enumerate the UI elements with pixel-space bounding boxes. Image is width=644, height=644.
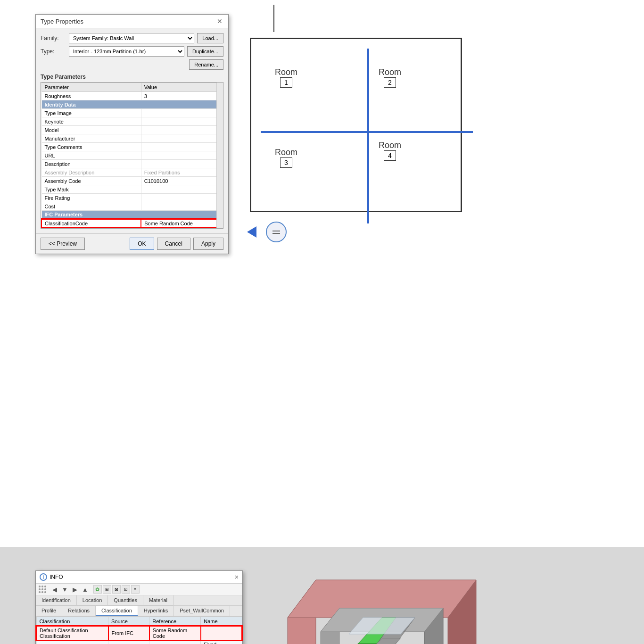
col-name: Name	[201, 617, 242, 627]
info-table-container: Classification Source Reference Name Def…	[36, 617, 242, 644]
info-tabs-row1: Identification Location Quantities Mater…	[36, 595, 242, 606]
tab-classification[interactable]: Classification	[96, 606, 138, 616]
dot-2	[41, 586, 43, 587]
tab-location[interactable]: Location	[77, 595, 108, 605]
dot-6	[44, 588, 46, 590]
nav-arrow-icon	[247, 226, 256, 238]
dialog-titlebar: Type Properties ✕	[36, 15, 228, 28]
duplicate-button[interactable]: Duplicate...	[187, 46, 223, 57]
col-parameter: Parameter	[41, 83, 141, 92]
param-cell-6: Type Comments	[41, 143, 141, 151]
3d-view	[250, 561, 486, 644]
nav-line-1	[272, 231, 280, 231]
nav-down-button[interactable]: ▼	[60, 586, 69, 593]
tab-material[interactable]: Material	[143, 595, 173, 605]
toolbar-dots	[39, 586, 46, 593]
room-4-label: Room	[379, 140, 401, 150]
floor-plan-border: Room 1 Room 2 Room 3 Room 4	[250, 38, 462, 212]
param-cell-11: Type Mark	[41, 185, 141, 194]
nav-up-button[interactable]: ▲	[81, 586, 90, 593]
value-cell-10: C1010100	[141, 177, 223, 185]
close-button[interactable]: ✕	[216, 17, 223, 25]
col-classification: Classification	[36, 617, 108, 627]
param-cell-0: Roughness	[41, 92, 141, 100]
value-cell-9: Fixed Partitions	[141, 168, 223, 177]
info-toolbar: ◀ ▼ ▶ ▲ ✿ ⊞ ⊠ ⊡ ≡	[36, 584, 242, 595]
room-1-label: Room	[275, 67, 297, 77]
param-cell-10: Assembly Code	[41, 177, 141, 185]
toolbar-icon-3[interactable]: ⊠	[112, 585, 121, 594]
dot-7	[39, 591, 41, 593]
value-cell-11	[141, 185, 223, 194]
tab-pset-wallcommon[interactable]: Pset_WallCommon	[174, 606, 230, 616]
info-title: INFO	[50, 574, 63, 580]
info-source-1: From IFC	[108, 640, 149, 644]
building-3d-svg	[250, 561, 486, 644]
param-cell-8: Description	[41, 160, 141, 168]
value-cell-8	[141, 160, 223, 168]
nav-line-2	[272, 233, 280, 234]
family-select[interactable]: System Family: Basic Wall	[69, 33, 194, 43]
param-cell-13: Cost	[41, 202, 141, 211]
navigation-widget[interactable]	[256, 222, 279, 245]
ok-button[interactable]: OK	[130, 238, 154, 250]
type-properties-dialog: Type Properties ✕ Family: System Family:…	[35, 14, 229, 254]
toolbar-icon-5[interactable]: ≡	[131, 585, 140, 594]
tab-profile[interactable]: Profile	[36, 606, 62, 616]
info-title-content: i INFO	[40, 573, 63, 581]
tab-relations[interactable]: Relations	[62, 606, 96, 616]
info-dialog: i INFO × ◀ ▼ ▶ ▲ ✿ ⊞	[35, 570, 243, 644]
tab-identification[interactable]: Identification	[36, 595, 77, 605]
toolbar-icon-4[interactable]: ⊡	[122, 585, 130, 594]
apply-button[interactable]: Apply	[193, 238, 223, 250]
room-2: Room 2	[379, 67, 401, 88]
family-label: Family:	[41, 35, 69, 41]
nav-forward-button[interactable]: ▶	[71, 586, 79, 593]
param-cell-15: ClassificationCode	[41, 219, 141, 228]
value-cell-15: Some Random Code	[141, 219, 223, 228]
param-cell-9: Assembly Description	[41, 168, 141, 177]
dialog-footer: << Preview OK Cancel Apply	[36, 233, 228, 254]
room-3-number: 3	[280, 157, 292, 168]
param-cell-7: URL	[41, 151, 141, 160]
room-1: Room 1	[275, 67, 297, 88]
room-2-label: Room	[379, 67, 401, 77]
rename-button[interactable]: Rename...	[189, 59, 223, 70]
dot-3	[44, 586, 46, 587]
preview-button[interactable]: << Preview	[41, 238, 85, 250]
param-cell-12: Fire Rating	[41, 194, 141, 202]
section-row-1: Identity Data	[41, 100, 223, 109]
room-3: Room 3	[275, 148, 297, 168]
param-cell-2: Type Image	[41, 109, 141, 117]
type-row: Type: Interior - 123mm Partition (1-hr) …	[41, 46, 223, 57]
value-cell-2	[141, 109, 223, 117]
type-select[interactable]: Interior - 123mm Partition (1-hr)	[69, 46, 184, 57]
info-name-0	[201, 626, 242, 640]
type-label: Type:	[41, 48, 69, 55]
nav-lines	[272, 231, 280, 234]
scrollbar[interactable]	[216, 83, 223, 228]
value-cell-3	[141, 117, 223, 126]
toolbar-icons: ✿ ⊞ ⊠ ⊡ ≡	[93, 585, 140, 594]
load-button[interactable]: Load...	[197, 33, 223, 43]
tab-quantities[interactable]: Quantities	[108, 595, 143, 605]
type-parameters-label: Type Parameters	[41, 74, 223, 80]
tab-hyperlinks[interactable]: Hyperlinks	[138, 606, 174, 616]
dialog-title: Type Properties	[41, 18, 83, 25]
value-cell-12	[141, 194, 223, 202]
value-cell-13	[141, 202, 223, 211]
info-table: Classification Source Reference Name Def…	[36, 617, 242, 644]
dot-8	[41, 591, 43, 593]
nav-back-button[interactable]: ◀	[51, 586, 58, 593]
family-row: Family: System Family: Basic Wall Load..…	[41, 33, 223, 43]
info-ref-0: Some Random Code	[149, 626, 201, 640]
wall-horizontal	[261, 131, 473, 133]
toolbar-icon-1[interactable]: ✿	[93, 585, 102, 594]
cancel-button[interactable]: Cancel	[157, 238, 190, 250]
dot-5	[41, 588, 43, 590]
info-close-button[interactable]: ×	[235, 573, 239, 581]
col-value: Value	[141, 83, 223, 92]
toolbar-icon-2[interactable]: ⊞	[103, 585, 111, 594]
nav-circle	[266, 222, 287, 242]
top-section: Type Properties ✕ Family: System Family:…	[0, 0, 644, 273]
